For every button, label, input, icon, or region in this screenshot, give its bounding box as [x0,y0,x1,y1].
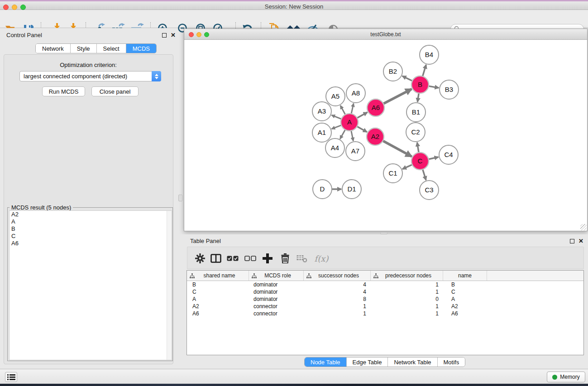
resize-grip-icon[interactable] [580,224,587,230]
graph-node[interactable]: C1 [383,164,402,183]
table-cell: dominator [249,281,304,288]
mcds-result-list[interactable]: A2ABCA6 [9,210,172,360]
close-panel-icon[interactable]: ✕ [578,238,583,244]
gear-icon[interactable] [194,247,206,270]
column-header[interactable]: successor nodes [304,271,371,281]
column-type-icon [306,273,311,278]
graph-node[interactable]: A8 [346,84,365,103]
table-cell: 4 [304,281,371,288]
node-table[interactable]: shared nameMCDS rolesuccessor nodesprede… [186,270,584,355]
panel-splitter-handle[interactable] [178,195,182,201]
graph-node[interactable]: B1 [406,103,425,122]
tab-edge-table[interactable]: Edge Table [347,357,388,367]
svg-text:C4: C4 [444,151,453,158]
column-header[interactable]: name [443,271,487,281]
network-graph[interactable]: B4B2BB3A8A5A6A3B1AC2A1A2A4A7C4CC1DD1C3 [184,40,587,231]
delete-table-icon[interactable] [295,247,309,270]
network-window-titlebar[interactable]: testGlobe.txt [184,29,587,40]
column-type-icon [373,273,378,278]
tab-select[interactable]: Select [97,44,126,53]
list-icon [7,374,15,381]
svg-text:C1: C1 [388,169,397,177]
graph-node-mcds[interactable]: B [411,76,429,93]
table-row[interactable]: Bdominator41B [187,281,583,288]
table-row[interactable]: Cdominator41C [187,288,583,295]
table-cell: A [187,296,249,302]
mac-titlebar: Session: New Session [0,1,588,10]
graph-node[interactable]: B3 [440,80,459,99]
column-header[interactable]: MCDS role [249,271,304,281]
column-header[interactable]: shared name [187,271,249,281]
graph-node-mcds[interactable]: A6 [367,99,384,116]
mcds-result-item[interactable]: A6 [10,240,172,247]
float-panel-icon[interactable] [570,239,574,243]
tab-style[interactable]: Style [71,44,97,53]
column-header-label: shared name [195,272,249,279]
graph-node[interactable]: A3 [312,102,331,121]
table-cell: connector [249,303,304,310]
deselect-all-icon[interactable] [244,247,257,270]
graph-node[interactable]: D [313,180,332,199]
graph-node[interactable]: A7 [346,142,365,161]
select-all-icon[interactable] [226,247,239,270]
svg-text:A5: A5 [331,92,339,100]
tab-motifs[interactable]: Motifs [438,357,465,367]
tab-network[interactable]: Network [36,44,71,53]
close-panel-button[interactable]: Close panel [91,86,139,96]
table-row[interactable]: A2connector11A2 [187,303,583,310]
graph-node-mcds[interactable]: A2 [367,128,384,145]
criterion-dropdown[interactable]: largest connected component (directed) [19,71,161,81]
svg-text:D: D [320,185,325,193]
table-cell: B [443,281,487,288]
tab-mcds[interactable]: MCDS [126,44,156,53]
graph-node[interactable]: C4 [439,145,458,164]
column-view-icon[interactable] [209,247,223,270]
graph-node[interactable]: C2 [406,123,425,142]
svg-text:A3: A3 [318,107,326,115]
control-panel-title: Control Panel [6,32,42,38]
table-row[interactable]: A6connector11A6 [187,310,583,317]
control-panel: Control Panel ✕ Network Style Select MCD… [0,28,177,369]
scrollbar-track[interactable] [167,211,172,360]
network-canvas[interactable]: B4B2BB3A8A5A6A3B1AC2A1A2A4A7C4CC1DD1C3 [184,40,587,231]
tab-node-table[interactable]: Node Table [305,357,347,367]
column-header[interactable]: predecessor nodes [371,271,443,281]
add-column-icon[interactable] [261,247,274,270]
graph-node[interactable]: B4 [420,45,439,64]
graph-node[interactable]: A5 [326,87,345,106]
mcds-result-item[interactable]: C [10,233,172,240]
window-title: Session: New Session [0,3,588,10]
table-cell: A6 [187,310,249,317]
svg-text:A: A [347,118,352,126]
graph-node-mcds[interactable]: A [341,114,358,131]
table-body[interactable]: Bdominator41BCdominator41CAdominator80AA… [187,281,583,317]
table-cell: A2 [187,303,249,310]
graph-node[interactable]: D1 [342,180,361,199]
table-cell: 1 [304,310,371,317]
table-cell: A [443,296,487,302]
run-mcds-button[interactable]: Run MCDS [42,86,85,96]
mcds-result-item[interactable]: B [10,225,172,233]
memory-button[interactable]: Memory [547,372,585,382]
graph-node[interactable]: A1 [312,123,331,142]
function-builder-icon[interactable]: f(x) [312,247,331,270]
column-header-label: name [443,272,487,279]
table-header-row[interactable]: shared nameMCDS rolesuccessor nodesprede… [187,271,583,281]
desktop-background-strip [0,384,588,386]
task-history-button[interactable] [5,372,17,382]
graph-node[interactable]: C3 [420,181,439,200]
mcds-result-item[interactable]: A [10,218,172,225]
tab-network-table[interactable]: Network Table [388,357,437,367]
float-panel-icon[interactable] [162,33,167,38]
graph-node[interactable]: A4 [325,138,344,157]
dropdown-stepper-icon [152,71,161,81]
graph-node-mcds[interactable]: C [411,152,429,170]
delete-column-icon[interactable] [279,247,292,270]
table-row[interactable]: Adominator80A [187,295,583,303]
close-panel-icon[interactable]: ✕ [171,32,176,38]
table-panel-title: Table Panel [190,238,221,244]
svg-text:B3: B3 [445,86,453,93]
graph-node[interactable]: B2 [383,62,402,81]
mcds-result-item[interactable]: A2 [10,211,172,218]
svg-text:A8: A8 [352,89,360,97]
